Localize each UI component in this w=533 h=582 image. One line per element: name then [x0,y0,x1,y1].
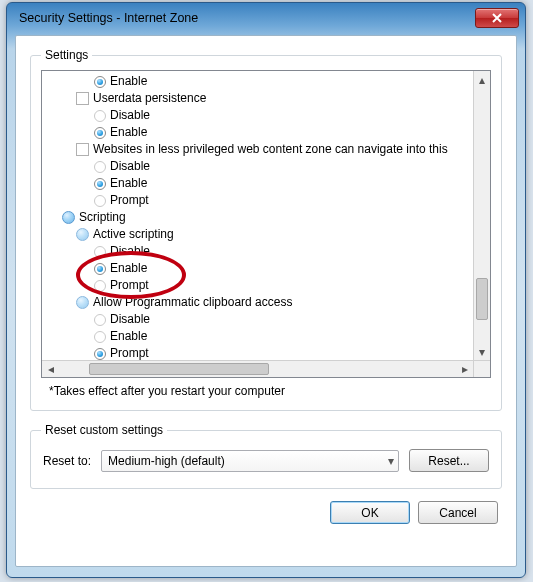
radio-icon [94,314,106,326]
radio-option[interactable]: Disable [44,107,471,124]
scroll-track[interactable] [474,88,490,343]
cancel-button[interactable]: Cancel [418,501,498,524]
scroll-track[interactable] [59,361,456,377]
option-label: Disable [110,311,150,328]
tree-category[interactable]: Scripting [44,209,471,226]
radio-icon [94,246,106,258]
vertical-scrollbar[interactable]: ▴ ▾ [473,71,490,360]
button-label: Reset... [428,454,469,468]
branch-label: Userdata persistence [93,90,206,107]
branch-label: Active scripting [93,226,174,243]
scroll-right-icon[interactable]: ▸ [456,361,473,377]
radio-option[interactable]: Disable [44,311,471,328]
combo-value: Medium-high (default) [108,454,225,468]
scroll-left-icon[interactable]: ◂ [42,361,59,377]
reset-group: Reset custom settings Reset to: Medium-h… [30,423,502,489]
scroll-thumb[interactable] [89,363,269,375]
option-label: Enable [110,175,147,192]
option-label: Prompt [110,192,149,209]
radio-icon [94,348,106,360]
window-title: Security Settings - Internet Zone [13,11,475,25]
branch-label: Allow Programmatic clipboard access [93,294,292,311]
radio-icon [94,110,106,122]
radio-option[interactable]: Prompt [44,277,471,294]
radio-option[interactable]: Disable [44,158,471,175]
radio-option[interactable]: Enable [44,328,471,345]
scroll-corner [473,360,490,377]
radio-option[interactable]: Prompt [44,192,471,209]
settings-tree: Enable Userdata persistence Disable Enab… [41,70,491,378]
page-icon [76,143,89,156]
radio-icon [94,161,106,173]
radio-option[interactable]: Enable [44,73,471,90]
tree-content[interactable]: Enable Userdata persistence Disable Enab… [42,71,473,360]
radio-icon [94,263,106,275]
reset-level-combo[interactable]: Medium-high (default) ▾ [101,450,399,472]
horizontal-scrollbar[interactable]: ◂ ▸ [42,360,473,377]
dialog-buttons: OK Cancel [30,501,502,524]
titlebar[interactable]: Security Settings - Internet Zone [7,3,525,33]
button-label: OK [361,506,378,520]
button-label: Cancel [439,506,476,520]
option-label: Disable [110,107,150,124]
category-icon [62,211,75,224]
option-label: Prompt [110,345,149,360]
ok-button[interactable]: OK [330,501,410,524]
page-icon [76,92,89,105]
radio-option[interactable]: Enable [44,175,471,192]
option-label: Enable [110,260,147,277]
reset-button[interactable]: Reset... [409,449,489,472]
radio-icon [94,127,106,139]
scroll-thumb[interactable] [476,278,488,320]
radio-icon [94,76,106,88]
dialog-window: Security Settings - Internet Zone Settin… [6,2,526,578]
restart-note: *Takes effect after you restart your com… [41,384,491,398]
scroll-up-icon[interactable]: ▴ [474,71,490,88]
close-button[interactable] [475,8,519,28]
radio-option[interactable]: Prompt [44,345,471,360]
category-label: Scripting [79,209,126,226]
radio-option[interactable]: Enable [44,124,471,141]
radio-icon [94,178,106,190]
tree-branch[interactable]: Active scripting [44,226,471,243]
radio-icon [94,195,106,207]
category-icon [76,228,89,241]
tree-branch[interactable]: Allow Programmatic clipboard access [44,294,471,311]
option-label: Prompt [110,277,149,294]
branch-label: Websites in less privileged web content … [93,141,448,158]
reset-legend: Reset custom settings [41,423,167,437]
reset-to-label: Reset to: [43,454,91,468]
close-icon [491,13,503,23]
option-label: Disable [110,243,150,260]
option-label: Disable [110,158,150,175]
option-label: Enable [110,328,147,345]
tree-branch[interactable]: Userdata persistence [44,90,471,107]
option-label: Enable [110,124,147,141]
radio-icon [94,331,106,343]
scroll-down-icon[interactable]: ▾ [474,343,490,360]
radio-option[interactable]: Disable [44,243,471,260]
chevron-down-icon: ▾ [388,454,394,468]
radio-option-active-scripting-enable[interactable]: Enable [44,260,471,277]
tree-branch[interactable]: Websites in less privileged web content … [44,141,471,158]
client-area: Settings Enable Userdata persistence Dis… [15,35,517,567]
radio-icon [94,280,106,292]
settings-group: Settings Enable Userdata persistence Dis… [30,48,502,411]
category-icon [76,296,89,309]
option-label: Enable [110,73,147,90]
settings-legend: Settings [41,48,92,62]
